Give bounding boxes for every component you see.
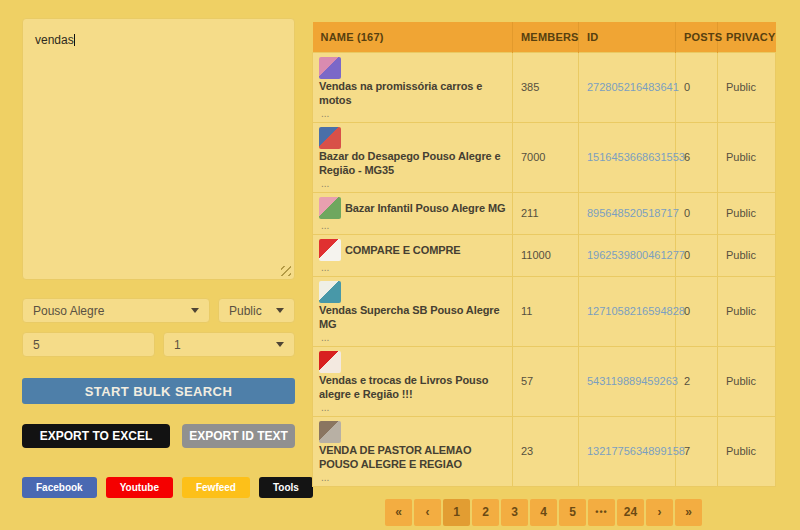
pagination-page-1[interactable]: 1 (443, 499, 470, 526)
table-row: Vendas e trocas de Livros Pouso alegre e… (313, 346, 776, 416)
start-bulk-search-button[interactable]: START BULK SEARCH (22, 378, 295, 404)
pagination-page-2[interactable]: 2 (472, 499, 499, 526)
privacy-cell: Public (718, 234, 776, 276)
pagination-page-5[interactable]: 5 (559, 499, 586, 526)
privacy-cell: Public (718, 346, 776, 416)
table-header-row: NAME (167) MEMBERS ID POSTS PRIVACY (313, 22, 776, 52)
table-row: Vendas Supercha SB Pouso Alegre MG... 11… (313, 276, 776, 346)
youtube-button[interactable]: Youtube (106, 477, 173, 498)
pagination-ellipsis-button[interactable]: ••• (588, 499, 615, 526)
privacy-cell: Public (718, 416, 776, 486)
facebook-button[interactable]: Facebook (22, 477, 97, 498)
more-text: ... (321, 404, 506, 412)
header-name: NAME (167) (313, 22, 513, 52)
table-row: COMPARE E COMPRE... 11000 19625398004612… (313, 234, 776, 276)
table-row: Bazar Infantil Pouso Alegre MG... 211 89… (313, 192, 776, 234)
table-row: VENDA DE PASTOR ALEMAO POUSO ALEGRE E RE… (313, 416, 776, 486)
pagination-last-button[interactable]: » (675, 499, 702, 526)
group-id-link[interactable]: 1962539800461277 (587, 249, 685, 261)
group-id-link[interactable]: 543119889459263 (587, 375, 678, 387)
header-members: MEMBERS (513, 22, 579, 52)
members-cell: 385 (513, 52, 579, 122)
group-name-link[interactable]: Vendas Supercha SB Pouso Alegre MG (319, 303, 506, 331)
text-caret (74, 34, 75, 46)
more-text: ... (321, 474, 506, 482)
group-id-link[interactable]: 1271058216594828 (587, 305, 685, 317)
privacy-cell: Public (718, 192, 776, 234)
more-text: ... (321, 222, 506, 230)
tools-button[interactable]: Tools (259, 477, 313, 498)
depth-select[interactable]: 1 (163, 332, 295, 357)
members-cell: 11000 (513, 234, 579, 276)
posts-cell: 0 (676, 52, 718, 122)
search-panel: vendas Pouso Alegre Public 5 1 START BUL… (22, 18, 295, 498)
limit-input-value: 5 (33, 338, 40, 352)
group-name-link[interactable]: COMPARE E COMPRE (345, 243, 461, 257)
fewfeed-button[interactable]: Fewfeed (182, 477, 250, 498)
chevron-down-icon (276, 308, 284, 313)
results-panel: NAME (167) MEMBERS ID POSTS PRIVACY Vend… (312, 22, 775, 526)
groups-table: NAME (167) MEMBERS ID POSTS PRIVACY Vend… (312, 22, 776, 487)
more-text: ... (321, 334, 506, 342)
privacy-cell: Public (718, 276, 776, 346)
group-id-link[interactable]: 1321775634899158 (587, 445, 685, 457)
group-avatar (319, 127, 341, 149)
group-avatar (319, 281, 341, 303)
posts-cell: 2 (676, 346, 718, 416)
group-avatar (319, 421, 341, 443)
more-text: ... (321, 264, 506, 272)
header-privacy: PRIVACY (718, 22, 776, 52)
posts-cell: 0 (676, 192, 718, 234)
group-name-link[interactable]: Vendas na promissória carros e motos (319, 79, 506, 107)
group-avatar (319, 351, 341, 373)
keywords-text: vendas (35, 33, 74, 47)
members-cell: 57 (513, 346, 579, 416)
chevron-down-icon (276, 342, 284, 347)
members-cell: 23 (513, 416, 579, 486)
location-select[interactable]: Pouso Alegre (22, 298, 210, 323)
privacy-select[interactable]: Public (218, 298, 295, 323)
pagination-page-4[interactable]: 4 (530, 499, 557, 526)
more-text: ... (321, 110, 506, 118)
resize-handle-icon[interactable] (281, 266, 291, 276)
pagination: « ‹ 1 2 3 4 5 ••• 24 › » (312, 499, 775, 526)
depth-select-value: 1 (174, 338, 181, 352)
location-select-value: Pouso Alegre (33, 304, 104, 318)
chevron-down-icon (191, 308, 199, 313)
header-posts: POSTS (676, 22, 718, 52)
group-name-link[interactable]: VENDA DE PASTOR ALEMAO POUSO ALEGRE E RE… (319, 443, 506, 471)
export-to-excel-button[interactable]: EXPORT TO EXCEL (22, 424, 170, 448)
pagination-next-button[interactable]: › (646, 499, 673, 526)
privacy-cell: Public (718, 122, 776, 192)
members-cell: 211 (513, 192, 579, 234)
pagination-page-24[interactable]: 24 (617, 499, 644, 526)
members-cell: 11 (513, 276, 579, 346)
group-id-link[interactable]: 895648520518717 (587, 207, 679, 219)
group-avatar (319, 57, 341, 79)
group-name-link[interactable]: Bazar Infantil Pouso Alegre MG (345, 201, 505, 215)
group-avatar (319, 197, 341, 219)
table-row: Vendas na promissória carros e motos... … (313, 52, 776, 122)
group-id-link[interactable]: 1516453668631553 (587, 151, 685, 163)
group-name-link[interactable]: Bazar do Desapego Pouso Alegre e Região … (319, 149, 506, 177)
members-cell: 7000 (513, 122, 579, 192)
privacy-select-value: Public (229, 304, 262, 318)
export-id-text-button[interactable]: EXPORT ID TEXT (182, 424, 295, 448)
header-id: ID (579, 22, 676, 52)
group-id-link[interactable]: 272805216483641 (587, 81, 679, 93)
group-name-link[interactable]: Vendas e trocas de Livros Pouso alegre e… (319, 373, 506, 401)
privacy-cell: Public (718, 52, 776, 122)
group-avatar (319, 239, 341, 261)
more-text: ... (321, 180, 506, 188)
pagination-prev-button[interactable]: ‹ (414, 499, 441, 526)
pagination-first-button[interactable]: « (385, 499, 412, 526)
pagination-page-3[interactable]: 3 (501, 499, 528, 526)
limit-input[interactable]: 5 (22, 332, 155, 357)
table-row: Bazar do Desapego Pouso Alegre e Região … (313, 122, 776, 192)
keywords-textarea[interactable]: vendas (22, 18, 295, 280)
